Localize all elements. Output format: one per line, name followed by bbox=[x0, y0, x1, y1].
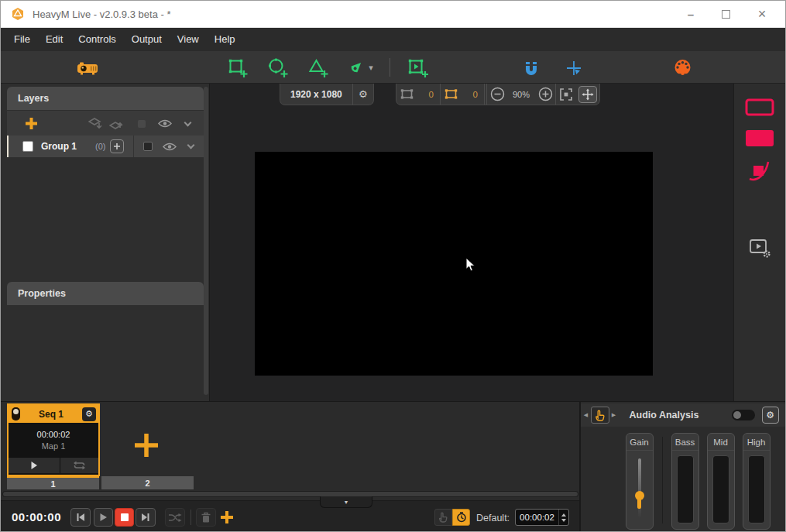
collapse-all-chevron-icon[interactable] bbox=[184, 118, 192, 126]
visibility-all-icon[interactable] bbox=[158, 119, 172, 128]
collapse-timeline-tab[interactable]: ▼ bbox=[320, 496, 372, 508]
layers-panel-header[interactable]: Layers bbox=[7, 87, 204, 110]
output-quads-value[interactable]: 0 bbox=[417, 90, 440, 99]
spinbox-arrows[interactable] bbox=[558, 510, 568, 525]
group-count: (0) bbox=[95, 142, 105, 151]
sequence-name: Seq 1 bbox=[20, 409, 82, 420]
transport-timecode: 00:00:00 bbox=[12, 510, 61, 523]
stop-button[interactable] bbox=[115, 508, 134, 527]
pen-tool-dropdown[interactable]: ▾ bbox=[365, 57, 377, 78]
group-checkbox[interactable] bbox=[22, 141, 33, 152]
high-meter[interactable]: High bbox=[743, 433, 771, 530]
add-shape-to-group-button[interactable] bbox=[110, 139, 124, 153]
resolution-value[interactable]: 1920 x 1080 bbox=[280, 89, 352, 100]
bass-label: Bass bbox=[672, 434, 698, 451]
sequence-header[interactable]: Seq 1 ⚙ bbox=[9, 405, 98, 423]
minimize-button[interactable]: – bbox=[674, 1, 708, 28]
shape-effects-button[interactable] bbox=[747, 159, 772, 184]
sequence-settings-button[interactable]: ⚙ bbox=[82, 407, 96, 421]
next-button[interactable] bbox=[136, 508, 156, 527]
menu-file[interactable]: File bbox=[6, 28, 38, 51]
gain-groove[interactable] bbox=[638, 458, 641, 518]
clip-play-button[interactable] bbox=[9, 458, 60, 473]
left-panel-scrollbar[interactable] bbox=[204, 87, 208, 395]
snap-magnet-button[interactable] bbox=[520, 57, 542, 78]
manual-trigger-button[interactable] bbox=[434, 509, 452, 526]
sequence-clip[interactable]: Seq 1 ⚙ 00:00:02 Map 1 bbox=[7, 403, 100, 476]
add-player-button[interactable] bbox=[405, 57, 430, 78]
properties-panel-header[interactable]: Properties bbox=[7, 282, 204, 305]
layer-group-row[interactable]: Group 1 (0) bbox=[7, 136, 204, 157]
delete-button[interactable] bbox=[196, 508, 216, 527]
scroll-right-icon[interactable]: ▶ bbox=[611, 412, 617, 418]
pan-tool-button[interactable] bbox=[578, 86, 597, 103]
canvas-area[interactable]: 1920 x 1080 ⚙ 0 0 90% bbox=[210, 84, 733, 401]
default-duration-spinbox[interactable]: 00:00:02 bbox=[515, 509, 569, 526]
zoom-out-button[interactable] bbox=[487, 84, 507, 105]
sequence-toggle-icon[interactable] bbox=[12, 407, 20, 420]
move-layer-up-icon[interactable] bbox=[109, 118, 124, 130]
move-layer-down-icon[interactable] bbox=[88, 118, 103, 130]
add-group-button[interactable] bbox=[24, 116, 39, 131]
anchor-point-button[interactable] bbox=[563, 57, 585, 78]
shape-outline-button[interactable] bbox=[745, 98, 774, 116]
group-visibility-icon[interactable] bbox=[163, 142, 177, 151]
menu-help[interactable]: Help bbox=[207, 28, 243, 51]
sequence-clip-body[interactable]: 00:00:02 Map 1 bbox=[9, 423, 98, 457]
spin-down-icon[interactable] bbox=[561, 519, 566, 522]
collapse-down-icon: ▼ bbox=[344, 499, 349, 505]
add-quad-icon bbox=[227, 57, 248, 78]
menu-edit[interactable]: Edit bbox=[38, 28, 70, 51]
shape-fill-button[interactable] bbox=[745, 129, 774, 147]
previous-button[interactable] bbox=[70, 508, 91, 527]
add-quad-button[interactable] bbox=[226, 57, 248, 78]
audio-settings-button[interactable]: ⚙ bbox=[762, 407, 779, 424]
scroll-left-icon[interactable]: ◀ bbox=[583, 412, 589, 418]
resolution-settings-button[interactable]: ⚙ bbox=[353, 84, 373, 105]
group-collapse-chevron-icon[interactable] bbox=[187, 142, 195, 149]
add-triangle-button[interactable] bbox=[307, 57, 328, 78]
toolbar-separator bbox=[390, 58, 390, 77]
zoom-in-button[interactable] bbox=[535, 84, 555, 105]
fit-view-button[interactable] bbox=[556, 84, 576, 105]
audio-analysis-toggle[interactable] bbox=[732, 410, 755, 420]
shuffle-button[interactable] bbox=[165, 508, 185, 527]
mid-meter[interactable]: Mid bbox=[707, 433, 735, 530]
shuffle-icon bbox=[168, 513, 182, 523]
sequencer-hscrollbar[interactable] bbox=[2, 491, 578, 497]
hand-tap-icon bbox=[596, 410, 605, 421]
audio-separator bbox=[662, 437, 663, 523]
add-circle-button[interactable] bbox=[266, 57, 288, 78]
audio-analysis-header: ◀ ▶ Audio Analysis ⚙ bbox=[581, 403, 786, 427]
add-sequence-button[interactable] bbox=[219, 510, 235, 525]
trigger-mode-button[interactable] bbox=[591, 407, 609, 424]
timer-trigger-button[interactable] bbox=[452, 509, 470, 526]
gain-thumb-stem[interactable] bbox=[637, 498, 641, 509]
play-button[interactable] bbox=[94, 508, 113, 527]
pen-tool-button[interactable] bbox=[345, 57, 366, 78]
projector-output-button[interactable] bbox=[74, 57, 101, 78]
track-2-label: 2 bbox=[145, 479, 149, 488]
menu-controls[interactable]: Controls bbox=[70, 28, 123, 51]
menu-output[interactable]: Output bbox=[124, 28, 170, 51]
spin-up-icon[interactable] bbox=[561, 513, 566, 517]
gain-slider[interactable]: Gain bbox=[626, 433, 654, 530]
menu-view[interactable]: View bbox=[170, 28, 207, 51]
bass-meter[interactable]: Bass bbox=[671, 433, 699, 530]
track-column-1[interactable]: 1 bbox=[7, 476, 99, 489]
app-logo-icon bbox=[11, 7, 25, 21]
group-color-swatch[interactable] bbox=[143, 142, 153, 151]
selected-quads-value[interactable]: 0 bbox=[461, 90, 484, 99]
maximize-button[interactable] bbox=[709, 1, 743, 28]
projection-canvas[interactable] bbox=[255, 152, 653, 376]
solo-square-icon[interactable] bbox=[138, 120, 146, 128]
close-button[interactable]: × bbox=[745, 1, 779, 28]
add-clip-button[interactable] bbox=[132, 431, 160, 459]
outline-rect-icon bbox=[745, 98, 774, 116]
hscrollbar-thumb[interactable] bbox=[3, 492, 578, 496]
track-column-2[interactable]: 2 bbox=[101, 476, 194, 489]
midi-button[interactable] bbox=[671, 57, 693, 78]
play-icon bbox=[30, 461, 38, 470]
player-settings-button[interactable] bbox=[747, 236, 772, 259]
clip-loop-button[interactable] bbox=[60, 458, 98, 473]
